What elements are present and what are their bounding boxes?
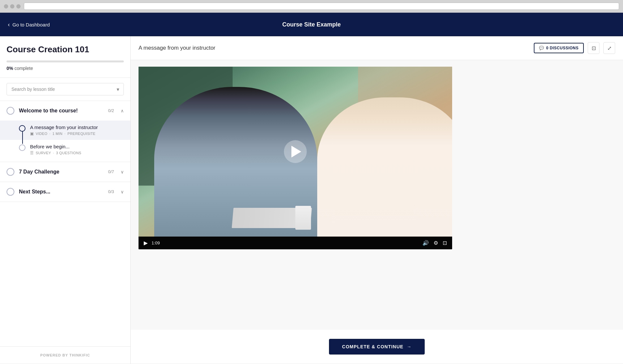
fullscreen-button[interactable]: ⤢	[603, 42, 615, 54]
lesson-text-2: Before we begin... ☰ SURVEY · 3 QUESTION…	[30, 144, 81, 155]
main-content: Course Creation 101 0% complete Search b…	[0, 36, 623, 364]
pip-icon[interactable]: ⊡	[443, 240, 447, 246]
course-sections: Welcome to the course! 0/2 ∧ A message f…	[0, 101, 130, 346]
lesson-type-1: VIDEO	[36, 132, 47, 136]
course-header: Course Creation 101 0% complete	[0, 36, 130, 78]
section-welcome-progress: 0/2	[108, 108, 114, 113]
video-controls: ▶ 1:09 🔊 ⚙ ⊡	[139, 237, 452, 249]
lesson-name-1: A message from your instructor	[30, 124, 98, 130]
lesson-duration-1: 1 MIN	[52, 132, 62, 136]
play-button[interactable]	[284, 140, 307, 163]
discussions-label: 0 DISCUSSIONS	[546, 46, 579, 50]
video-container: ▶ 1:09 🔊 ⚙ ⊡	[131, 60, 623, 330]
feedback-button[interactable]: ⊡	[588, 42, 599, 54]
brand-name: THINKIFIC	[69, 353, 90, 357]
browser-dots	[4, 4, 21, 8]
lesson-badge-1: PREREQUISITE	[68, 132, 96, 136]
content-area: A message from your instructor 💬 0 DISCU…	[131, 36, 623, 364]
lesson-name-2: Before we begin...	[30, 144, 81, 149]
person-right-shape	[317, 97, 452, 237]
section-nextsteps-header[interactable]: Next Steps... 0/3 ∨	[0, 182, 130, 202]
content-lesson-title: A message from your instructor	[139, 45, 215, 51]
lesson-search[interactable]: Search by lesson title	[7, 83, 124, 95]
lesson-video-icon: ▣	[30, 131, 34, 136]
section-7day-progress: 0/7	[108, 169, 114, 174]
discussions-icon: 💬	[539, 46, 544, 50]
sidebar-footer: POWERED BY THINKIFIC	[0, 346, 130, 364]
lesson-type-2: SURVEY	[36, 151, 51, 155]
browser-dot-close[interactable]	[4, 4, 8, 8]
section-7day: 7 Day Challenge 0/7 ∨	[0, 162, 130, 182]
settings-icon[interactable]: ⚙	[434, 240, 438, 246]
browser-chrome	[0, 0, 623, 13]
section-welcome-name: Welcome to the course!	[19, 108, 78, 114]
lesson-circle-1	[19, 125, 25, 132]
section-nextsteps-circle	[7, 188, 14, 196]
play-triangle-icon	[291, 146, 301, 157]
lesson-duration-2: 3 QUESTIONS	[56, 151, 81, 155]
complete-area: COMPLETE & CONTINUE →	[131, 330, 623, 364]
complete-btn-arrow: →	[407, 344, 412, 349]
section-7day-header[interactable]: 7 Day Challenge 0/7 ∨	[0, 162, 130, 182]
progress-bar-container	[7, 60, 124, 62]
lesson-survey-icon: ☰	[30, 151, 34, 155]
search-placeholder: Search by lesson title	[11, 87, 55, 92]
lesson-text-1: A message from your instructor ▣ VIDEO ·…	[30, 124, 98, 136]
browser-dot-min[interactable]	[10, 4, 14, 8]
lesson-item-2[interactable]: Before we begin... ☰ SURVEY · 3 QUESTION…	[0, 140, 130, 159]
coffee-cup	[295, 206, 311, 230]
section-nextsteps: Next Steps... 0/3 ∨	[0, 182, 130, 202]
video-play-button[interactable]: ▶	[144, 240, 148, 246]
progress-text: 0% complete	[7, 66, 124, 71]
lesson-meta-1: ▣ VIDEO · 1 MIN · PREREQUISITE	[30, 131, 98, 136]
sidebar: Course Creation 101 0% complete Search b…	[0, 36, 131, 364]
back-label: Go to Dashboard	[12, 22, 50, 27]
complete-continue-button[interactable]: COMPLETE & CONTINUE →	[329, 339, 425, 355]
lesson-circle-2	[19, 144, 25, 151]
back-arrow-icon: ‹	[8, 21, 10, 28]
progress-percent: 0%	[7, 66, 13, 71]
complete-btn-label: COMPLETE & CONTINUE	[342, 344, 403, 349]
video-time: 1:09	[152, 240, 160, 245]
app-wrapper: ‹ Go to Dashboard Course Site Example Co…	[0, 13, 623, 364]
section-welcome-chevron: ∧	[121, 108, 124, 113]
video-right-controls: 🔊 ⚙ ⊡	[422, 240, 447, 246]
video-wrapper: ▶ 1:09 🔊 ⚙ ⊡	[139, 67, 452, 249]
powered-by: POWERED BY THINKIFIC	[7, 353, 124, 357]
search-container: Search by lesson title	[0, 78, 130, 101]
video-thumbnail	[139, 67, 452, 237]
section-nextsteps-chevron: ∨	[121, 189, 124, 194]
back-button[interactable]: ‹ Go to Dashboard	[8, 21, 50, 28]
content-header: A message from your instructor 💬 0 DISCU…	[131, 36, 623, 60]
section-welcome-circle	[7, 107, 14, 115]
section-7day-circle	[7, 168, 14, 176]
section-nextsteps-name: Next Steps...	[19, 189, 50, 195]
feedback-icon: ⊡	[592, 45, 596, 51]
discussions-button[interactable]: 💬 0 DISCUSSIONS	[534, 43, 584, 53]
lesson-meta-2: ☰ SURVEY · 3 QUESTIONS	[30, 151, 81, 155]
volume-icon[interactable]: 🔊	[422, 240, 429, 246]
section-welcome-header[interactable]: Welcome to the course! 0/2 ∧	[0, 101, 130, 121]
section-7day-chevron: ∨	[121, 169, 124, 174]
site-title: Course Site Example	[282, 21, 341, 28]
course-title: Course Creation 101	[7, 44, 124, 55]
browser-dot-max[interactable]	[16, 4, 21, 8]
section-welcome: Welcome to the course! 0/2 ∧ A message f…	[0, 101, 130, 162]
address-bar[interactable]	[24, 3, 619, 10]
search-select-wrapper: Search by lesson title	[7, 83, 124, 95]
top-nav: ‹ Go to Dashboard Course Site Example	[0, 13, 623, 36]
lesson-item-1[interactable]: A message from your instructor ▣ VIDEO ·…	[0, 121, 130, 140]
lesson-list-welcome: A message from your instructor ▣ VIDEO ·…	[0, 121, 130, 162]
header-actions: 💬 0 DISCUSSIONS ⊡ ⤢	[534, 42, 615, 54]
section-nextsteps-progress: 0/3	[108, 189, 114, 194]
fullscreen-icon: ⤢	[607, 45, 612, 51]
section-7day-name: 7 Day Challenge	[19, 169, 59, 175]
